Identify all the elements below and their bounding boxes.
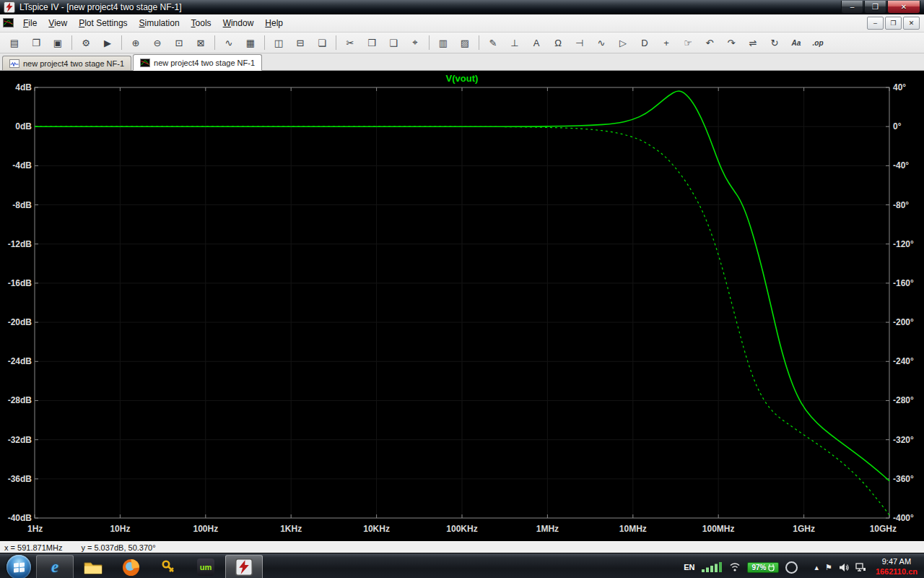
menu-simulation[interactable]: Simulation (134, 16, 186, 30)
find-button[interactable]: ⌖ (405, 34, 425, 51)
taskbar-ltspice-button[interactable] (225, 555, 263, 578)
hidden-icons-chevron[interactable]: ▴ (814, 563, 819, 572)
grid-button[interactable]: ▦ (240, 34, 261, 51)
firefox-icon (122, 558, 140, 577)
x-tick-label: 1KHz (280, 524, 302, 534)
taskbar-explorer-button[interactable] (75, 556, 111, 578)
print-preview-button[interactable]: ▨ (455, 34, 475, 51)
tab-label: new project4 two stage NF-1 (23, 59, 124, 68)
tab-waveform[interactable]: new project4 two stage NF-1 (133, 54, 262, 71)
action-center-flag-icon[interactable]: ⚑ (825, 563, 832, 572)
tile-horizontal-button[interactable]: ⊟ (290, 34, 310, 51)
y-right-tick-label: 0° (893, 121, 902, 131)
menu-plot-settings[interactable]: Plot Settings (73, 16, 133, 30)
network-icon[interactable] (855, 563, 866, 572)
cascade-button[interactable]: ❏ (312, 34, 332, 51)
mirror-button[interactable]: ⇌ (743, 34, 763, 51)
capacitor-button[interactable]: ⊣ (570, 34, 590, 51)
control-panel-button[interactable]: ⚙ (76, 34, 96, 51)
zoom-full-extents-button[interactable]: ⊡ (169, 34, 189, 51)
y-right-tick-label: -120° (893, 239, 914, 249)
component-button[interactable]: D (635, 34, 655, 51)
zoom-out-button[interactable]: ⊖ (147, 34, 167, 51)
taskbar-internet-explorer-button[interactable]: e (36, 555, 74, 578)
move-button[interactable]: + (656, 34, 676, 51)
maximize-button[interactable]: ❐ (864, 1, 886, 14)
volume-icon[interactable] (839, 563, 849, 572)
zoom-in-button[interactable]: ⊕ (126, 34, 146, 51)
redo-button[interactable]: ↷ (721, 34, 741, 51)
y-right-tick-label: -320° (893, 435, 914, 445)
taskbar-firefox-button[interactable] (113, 556, 149, 578)
mdi-close-button[interactable]: ✕ (903, 17, 920, 30)
y-right-tick-label: -280° (893, 395, 914, 405)
autorange-button[interactable]: ∿ (219, 34, 239, 51)
print-button[interactable]: ▥ (433, 34, 453, 51)
diode-button[interactable]: ▷ (613, 34, 633, 51)
mdi-restore-button[interactable]: ❐ (885, 17, 902, 30)
new-schematic-button[interactable]: ▤ (4, 34, 25, 51)
menu-help[interactable]: Help (259, 16, 289, 30)
mdi-minimize-button[interactable]: – (867, 17, 884, 30)
y-left-tick-label: -28dB (8, 395, 32, 405)
y-left-tick-label: -16dB (8, 278, 32, 288)
tab-label: new project4 two stage NF-1 (154, 59, 255, 67)
menu-tools[interactable]: Tools (186, 16, 217, 30)
ground-button[interactable]: ⊥ (505, 34, 525, 51)
y-right-tick-label: -40° (893, 160, 909, 171)
run-button[interactable]: ▶ (97, 34, 118, 51)
tile-vertical-button[interactable]: ◫ (269, 34, 289, 51)
language-indicator[interactable]: EN (684, 563, 694, 571)
plot-title: V(vout) (446, 73, 479, 84)
y-left-tick-label: -36dB (8, 474, 32, 484)
battery-indicator[interactable]: 97% (747, 562, 779, 573)
text-button[interactable]: Aa (786, 34, 806, 51)
spice-directive-button[interactable]: .op (808, 34, 828, 51)
x-tick-label: 10MHz (619, 524, 647, 534)
open-button[interactable]: ❐ (26, 34, 46, 51)
folder-icon (84, 561, 103, 574)
close-button[interactable]: ✕ (887, 1, 920, 14)
undo-button[interactable]: ↶ (699, 34, 720, 51)
draw-wire-button[interactable]: ✎ (483, 34, 503, 51)
cursor-x-readout: x = 591.871MHz (4, 543, 62, 552)
y-left-tick-label: 0dB (15, 121, 32, 131)
copy-button[interactable]: ❒ (362, 34, 382, 51)
waveform-pane[interactable]: V(vout)4dB0dB-4dB-8dB-12dB-16dB-20dB-24d… (0, 71, 924, 541)
save-button[interactable]: ▣ (48, 34, 68, 51)
y-left-tick-label: 4dB (15, 82, 32, 92)
y-right-tick-label: -80° (893, 200, 909, 210)
zoom-back-button[interactable]: ⊠ (191, 34, 211, 51)
resistor-button[interactable]: Ω (548, 34, 568, 51)
x-tick-label: 100MHz (702, 524, 735, 534)
menu-view[interactable]: View (43, 16, 73, 30)
menu-file[interactable]: File (17, 16, 43, 30)
wireless-icon[interactable] (729, 561, 741, 573)
inductor-button[interactable]: ∿ (591, 34, 611, 51)
signal-bars-icon[interactable] (701, 561, 723, 573)
start-button[interactable] (6, 555, 31, 578)
net-label-button[interactable]: A (526, 34, 546, 51)
window-controls: – ❐ ✕ (840, 1, 920, 14)
rotate-button[interactable]: ↻ (764, 34, 785, 51)
toolbar-separator (429, 35, 430, 50)
tab-schematic[interactable]: new project4 two stage NF-1 (2, 56, 131, 70)
system-tray: EN 97% ▴ ⚑ 9:47 AM 1662110.cn (684, 557, 922, 577)
paste-button[interactable]: ❑ (383, 34, 404, 51)
y-right-tick-label: -240° (893, 356, 914, 366)
battery-percentage: 97% (751, 564, 766, 571)
clock[interactable]: 9:47 AM 1662110.cn (876, 557, 918, 577)
toolbar-separator (336, 35, 336, 50)
cut-button[interactable]: ✂ (340, 34, 360, 51)
x-tick-label: 10Hz (110, 524, 130, 534)
menu-window[interactable]: Window (217, 16, 260, 30)
internet-explorer-icon: e (51, 558, 58, 577)
minimize-button[interactable]: – (841, 1, 863, 14)
taskbar-um-player-button[interactable]: um (188, 556, 224, 578)
taskbar-key-tool-button[interactable] (150, 556, 186, 578)
tray-status-icon[interactable] (785, 561, 798, 574)
x-tick-label: 100Hz (193, 524, 218, 534)
drag-button[interactable]: ☞ (678, 34, 698, 51)
bode-plot: V(vout)4dB0dB-4dB-8dB-12dB-16dB-20dB-24d… (0, 71, 924, 541)
x-tick-label: 100KHz (446, 524, 477, 534)
